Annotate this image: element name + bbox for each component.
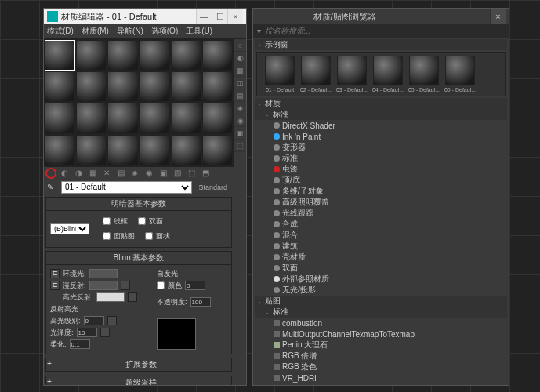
tool-icon[interactable]: ◐ bbox=[234, 52, 246, 64]
diffuse-swatch[interactable] bbox=[89, 281, 118, 290]
tool-icon[interactable]: ○ bbox=[234, 39, 246, 52]
sample-thumb[interactable]: 06 - Defaul... bbox=[444, 56, 477, 93]
material-name-select[interactable]: 01 - Default bbox=[61, 181, 192, 194]
titlebar[interactable]: 材质/贴图浏览器 × bbox=[253, 9, 509, 24]
wire-check[interactable] bbox=[103, 217, 111, 225]
tool-icon[interactable]: ⬒ bbox=[199, 167, 212, 180]
tool-icon[interactable]: ◉ bbox=[234, 114, 246, 127]
tool-icon[interactable]: ▣ bbox=[157, 167, 169, 180]
tool-icon[interactable]: ▧ bbox=[171, 167, 183, 180]
sample-slot[interactable] bbox=[45, 103, 75, 133]
sample-slot[interactable] bbox=[45, 40, 75, 71]
rollout-header[interactable]: Blinn 基本参数 bbox=[46, 252, 231, 265]
twoside-check[interactable] bbox=[138, 217, 146, 225]
sample-slot[interactable] bbox=[140, 71, 170, 102]
sample-thumb[interactable]: 05 - Defaul... bbox=[408, 56, 440, 93]
map-item[interactable]: VR_HDRI bbox=[255, 372, 507, 383]
search-input[interactable] bbox=[263, 26, 507, 36]
sample-slot[interactable] bbox=[171, 135, 201, 165]
menu-options[interactable]: 选项(O) bbox=[151, 26, 178, 37]
map-item[interactable]: combustion bbox=[255, 318, 507, 328]
sample-thumb[interactable]: 02 - Defaul... bbox=[299, 56, 332, 93]
ext-rollout[interactable]: +扩展参数 bbox=[45, 358, 232, 372]
material-item[interactable]: 无光/投影 bbox=[255, 285, 507, 296]
tool-icon[interactable]: ◫ bbox=[234, 77, 246, 89]
tool-icon[interactable]: ▣ bbox=[234, 127, 246, 140]
tool-icon[interactable]: ▦ bbox=[234, 64, 246, 77]
material-type-button[interactable]: Standard bbox=[198, 183, 227, 191]
material-item[interactable]: 混合 bbox=[255, 230, 507, 241]
map-item[interactable]: RGB 染色 bbox=[255, 361, 507, 372]
map-item[interactable]: VR_分子贴图 bbox=[255, 383, 507, 385]
material-item[interactable]: 外部参照材质 bbox=[255, 274, 507, 285]
material-item[interactable]: 高级照明覆盖 bbox=[255, 197, 507, 208]
faceted-check[interactable] bbox=[145, 232, 153, 240]
lock-button[interactable]: ⊏ bbox=[50, 269, 60, 278]
minimize-button[interactable]: — bbox=[196, 9, 212, 24]
specular-swatch[interactable] bbox=[96, 292, 125, 302]
tool-icon[interactable]: ◐ bbox=[58, 167, 71, 180]
standard-header[interactable]: -标准 bbox=[255, 109, 507, 120]
tool-icon[interactable]: ⬚ bbox=[185, 167, 198, 180]
color-check[interactable] bbox=[157, 281, 165, 289]
sample-slot[interactable] bbox=[107, 71, 138, 102]
sample-slot[interactable] bbox=[140, 103, 170, 133]
tool-icon[interactable]: ◑ bbox=[72, 167, 85, 180]
material-item[interactable]: 光线跟踪 bbox=[255, 208, 507, 219]
material-item[interactable]: 顶/底 bbox=[255, 175, 507, 186]
menu-tools[interactable]: 工具(U) bbox=[186, 26, 212, 37]
tool-icon[interactable]: ◉ bbox=[143, 167, 155, 180]
sample-slot[interactable] bbox=[107, 135, 138, 165]
tool-icon[interactable]: ▤ bbox=[114, 167, 127, 180]
material-item[interactable]: 建筑 bbox=[255, 241, 507, 252]
tree[interactable]: -示例窗 01 - Default02 - Defaul...03 - Defa… bbox=[253, 38, 509, 385]
samples-header[interactable]: -示例窗 bbox=[255, 39, 507, 50]
speclevel-input[interactable]: 0 bbox=[84, 316, 104, 325]
tool-icon[interactable]: ✕ bbox=[100, 167, 113, 180]
map-item[interactable]: MultiOutputChannelTexmapToTexmap bbox=[255, 328, 507, 339]
map-item[interactable]: RGB 倍增 bbox=[255, 350, 507, 361]
sample-slot[interactable] bbox=[171, 71, 201, 102]
material-item[interactable]: 标准 bbox=[255, 153, 507, 164]
rollout-header[interactable]: 明暗器基本参数 bbox=[46, 198, 231, 211]
options-icon[interactable]: ▾ bbox=[257, 27, 261, 35]
opacity-input[interactable]: 100 bbox=[190, 297, 211, 307]
sample-slot[interactable] bbox=[202, 40, 233, 71]
close-button[interactable]: × bbox=[490, 9, 506, 24]
sample-thumb[interactable]: 01 - Default bbox=[263, 56, 296, 93]
material-item[interactable]: 变形器 bbox=[255, 142, 507, 153]
soften-input[interactable]: 0.1 bbox=[70, 339, 90, 349]
gloss-input[interactable]: 10 bbox=[77, 328, 97, 337]
sample-slot[interactable] bbox=[140, 40, 170, 71]
tool-icon[interactable]: ◈ bbox=[234, 102, 246, 114]
color-input[interactable]: 0 bbox=[185, 281, 205, 290]
maximize-button[interactable]: ☐ bbox=[212, 9, 227, 24]
ambient-swatch[interactable] bbox=[89, 269, 118, 278]
sample-slot[interactable] bbox=[45, 71, 75, 102]
sample-slot[interactable] bbox=[45, 135, 75, 165]
get-material-button[interactable] bbox=[45, 168, 56, 179]
sample-thumb[interactable]: 03 - Defaul... bbox=[335, 56, 368, 93]
maps-header[interactable]: -贴图 bbox=[255, 296, 507, 307]
ss-rollout[interactable]: +超级采样 bbox=[45, 376, 232, 385]
sample-slot[interactable] bbox=[107, 103, 138, 133]
close-button[interactable]: × bbox=[227, 9, 243, 24]
material-item[interactable]: 合成 bbox=[255, 219, 507, 230]
menu-nav[interactable]: 导航(N) bbox=[117, 26, 143, 37]
sample-slot[interactable] bbox=[171, 103, 201, 133]
sample-thumb[interactable]: 04 - Defaul... bbox=[371, 56, 404, 93]
sample-slot[interactable] bbox=[76, 40, 107, 71]
material-item[interactable]: 壳材质 bbox=[255, 252, 507, 263]
materials-header[interactable]: -材质 bbox=[255, 98, 507, 109]
facemap-check[interactable] bbox=[103, 232, 111, 240]
material-item[interactable]: Ink 'n Paint bbox=[255, 131, 507, 142]
standard-header[interactable]: -标准 bbox=[255, 307, 507, 318]
map-button[interactable] bbox=[128, 292, 137, 302]
material-item[interactable]: 虫漆 bbox=[255, 164, 507, 175]
sample-slot[interactable] bbox=[140, 135, 170, 165]
tool-icon[interactable]: ▦ bbox=[86, 167, 99, 180]
sample-slot[interactable] bbox=[171, 40, 201, 71]
material-item[interactable]: 多维/子对象 bbox=[255, 186, 507, 197]
map-button[interactable] bbox=[100, 328, 110, 337]
map-button[interactable] bbox=[107, 316, 117, 325]
